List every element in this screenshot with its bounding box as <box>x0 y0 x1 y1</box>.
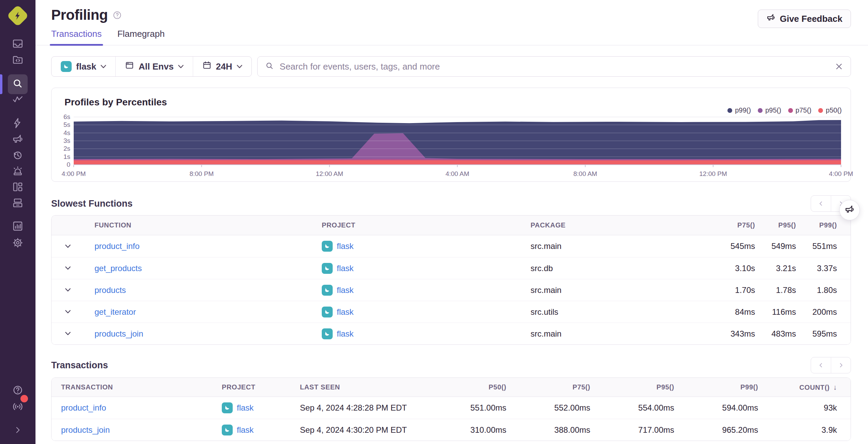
y-tick-label: 1s <box>63 153 70 161</box>
floating-feedback-button[interactable] <box>839 200 860 220</box>
p75-cell: 3.10s <box>714 264 755 273</box>
transactions-table: TRANSACTIONPROJECTLAST SEENP50()P75()P95… <box>51 378 851 441</box>
p95-cell: 717.00ms <box>590 425 674 435</box>
zigzag-line-icon <box>12 94 24 107</box>
column-header[interactable]: P95() <box>755 221 796 229</box>
prev-page-button[interactable] <box>811 357 831 373</box>
sidebar-item-stats[interactable] <box>8 219 27 235</box>
inbox-icon <box>12 38 24 51</box>
legend-item[interactable]: p75() <box>788 106 812 114</box>
help-circle-icon[interactable] <box>113 11 122 20</box>
expand-row-button[interactable] <box>52 245 84 248</box>
p75-cell: 545ms <box>714 241 755 251</box>
project-link[interactable]: flask <box>237 425 254 435</box>
x-axis-labels: 4:00 PM8:00 PM12:00 AM4:00 AM8:00 AM12:0… <box>74 170 841 179</box>
count-cell: 3.9k <box>758 425 837 435</box>
function-link[interactable]: products_join <box>95 329 143 338</box>
p95-cell: 554.00ms <box>590 403 674 413</box>
project-link[interactable]: flask <box>337 241 353 251</box>
sidebar-item-quickstart[interactable] <box>8 116 27 132</box>
table-header-row: FUNCTIONPROJECTPACKAGEP75()P95()P99() <box>52 216 851 235</box>
project-link[interactable]: flask <box>337 307 353 317</box>
expand-row-button[interactable] <box>52 288 84 292</box>
column-header[interactable]: PROJECT <box>222 383 300 391</box>
sidebar-item-alerts[interactable] <box>8 164 27 180</box>
flask-project-icon <box>61 61 72 72</box>
transaction-link[interactable]: product_info <box>61 403 106 412</box>
transaction-link[interactable]: products_join <box>61 425 110 434</box>
flask-project-icon <box>322 241 333 252</box>
project-link[interactable]: flask <box>337 329 353 339</box>
y-tick-label: 2s <box>63 145 70 152</box>
project-selector[interactable]: flask <box>52 57 115 76</box>
column-header[interactable]: TRANSACTION <box>52 383 222 391</box>
x-tick-label: 4:00 AM <box>446 170 469 178</box>
date-range-selector[interactable]: 24H <box>193 57 251 76</box>
search-bar[interactable] <box>257 56 851 77</box>
flask-project-icon <box>322 285 333 296</box>
y-tick-label: 3s <box>63 137 70 145</box>
series-p50 <box>74 160 841 165</box>
sidebar-collapse-button[interactable] <box>8 423 27 439</box>
column-header[interactable]: P99() <box>674 383 758 391</box>
column-header[interactable]: PROJECT <box>316 221 531 229</box>
sidebar-item-search-active[interactable] <box>8 74 28 94</box>
environment-selector[interactable]: All Envs <box>115 57 193 76</box>
x-tick-label: 4:00 PM <box>62 170 86 178</box>
y-tick-label: 5s <box>63 121 70 129</box>
give-feedback-button[interactable]: Give Feedback <box>758 10 851 28</box>
function-link[interactable]: get_products <box>95 264 142 273</box>
tab-flamegraph[interactable]: Flamegraph <box>117 29 165 45</box>
sidebar-item-feedback[interactable] <box>8 132 27 148</box>
expand-row-button[interactable] <box>52 310 84 314</box>
function-link[interactable]: product_info <box>95 241 140 251</box>
legend-item[interactable]: p50() <box>818 106 842 114</box>
project-link[interactable]: flask <box>337 264 353 273</box>
sidebar-item-issues[interactable] <box>8 36 27 53</box>
slowest-functions-title: Slowest Functions <box>51 198 133 209</box>
expand-row-button[interactable] <box>52 266 84 270</box>
x-tick-label: 4:00 PM <box>829 170 853 178</box>
slowest-function-row: get_productsflasksrc.db3.10s3.21s3.37s <box>52 257 851 279</box>
project-link[interactable]: flask <box>237 403 254 413</box>
column-header[interactable]: P95() <box>590 383 674 391</box>
tab-transactions[interactable]: Transactions <box>51 29 102 45</box>
transactions-title: Transactions <box>51 360 108 371</box>
project-link[interactable]: flask <box>337 285 353 295</box>
notification-dot <box>20 395 28 402</box>
lightning-bolt-icon <box>9 7 27 25</box>
legend-item[interactable]: p95() <box>758 106 781 114</box>
slowest-function-row: products_joinflasksrc.main343ms483ms595m… <box>52 323 851 344</box>
column-header[interactable]: P75() <box>506 383 590 391</box>
column-header[interactable]: P50() <box>422 383 506 391</box>
function-link[interactable]: get_iterator <box>95 307 136 316</box>
column-header[interactable]: LAST SEEN <box>300 383 422 391</box>
prev-page-button[interactable] <box>811 196 831 211</box>
active-nav-indicator <box>0 74 2 94</box>
next-page-button[interactable] <box>831 357 851 373</box>
sidebar-item-metrics[interactable] <box>8 92 27 108</box>
clear-search-icon[interactable] <box>835 62 843 71</box>
function-link[interactable]: products <box>95 285 126 295</box>
table-body: product_infoflaskSep 4, 2024 4:28:28 PM … <box>52 397 851 441</box>
sidebar-item-replays[interactable] <box>8 148 27 164</box>
gear-icon <box>12 237 24 250</box>
column-header[interactable]: COUNT() ↓ <box>758 383 837 391</box>
last-seen-cell: Sep 4, 2024 4:28:28 PM EDT <box>300 403 422 413</box>
search-input[interactable] <box>279 61 830 72</box>
sentry-logo[interactable] <box>9 7 27 25</box>
megaphone-icon <box>766 13 776 25</box>
column-header[interactable]: P75() <box>714 221 755 229</box>
sidebar-item-settings[interactable] <box>8 235 27 252</box>
column-header[interactable]: FUNCTION <box>84 221 316 229</box>
sidebar-item-explore[interactable] <box>8 52 27 69</box>
siren-icon <box>12 165 24 178</box>
expand-row-button[interactable] <box>52 332 84 336</box>
column-header[interactable]: PACKAGE <box>531 221 714 229</box>
legend-item[interactable]: p99() <box>727 106 751 114</box>
sidebar-item-releases[interactable] <box>8 195 27 212</box>
legend-dot <box>818 108 823 113</box>
p75-cell: 343ms <box>714 329 755 339</box>
sidebar-item-dashboards[interactable] <box>8 179 27 196</box>
column-header[interactable]: P99() <box>796 221 837 229</box>
